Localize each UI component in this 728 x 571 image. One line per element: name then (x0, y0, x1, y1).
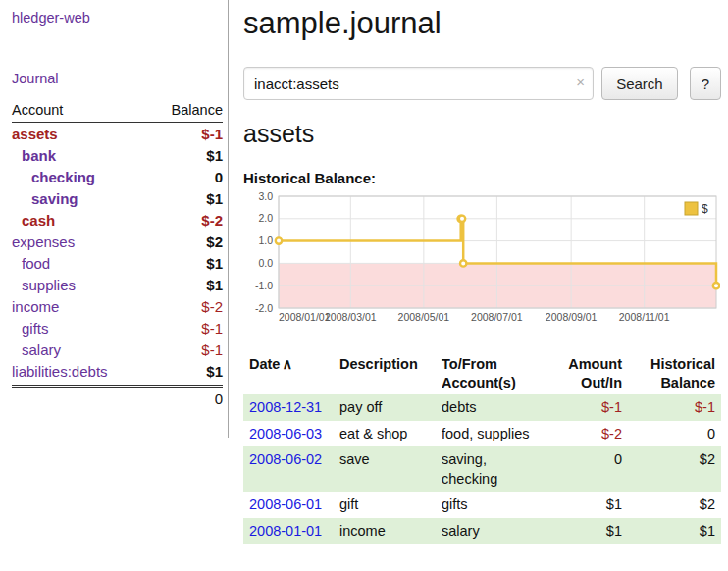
transaction-date-link[interactable]: 2008-06-01 (249, 496, 322, 512)
transaction-amount: $-2 (547, 421, 628, 446)
account-link[interactable]: supplies (12, 277, 206, 293)
sidebar-journal-link[interactable]: Journal (12, 71, 223, 86)
transaction-description: gift (334, 492, 436, 517)
svg-text:-2.0: -2.0 (255, 302, 273, 314)
svg-text:1.0: 1.0 (258, 234, 273, 246)
historical-balance-chart: 3.02.01.00.0-1.0-2.02008/01/012008/03/01… (243, 192, 721, 339)
accounts-total-value: 0 (215, 390, 223, 407)
account-heading: assets (243, 120, 721, 148)
register-row: 2008-12-31pay offdebts$-1$-1 (243, 394, 721, 420)
transaction-date-link[interactable]: 2008-06-02 (249, 451, 322, 467)
transaction-balance: $2 (628, 446, 721, 493)
transaction-balance: $2 (628, 492, 721, 517)
account-balance: $-2 (201, 298, 223, 315)
register-header-date[interactable]: Date∧ (243, 353, 334, 394)
data-point (460, 260, 466, 266)
transaction-date-link[interactable]: 2008-01-01 (249, 523, 322, 539)
transaction-date-cell: 2008-01-01 (243, 518, 334, 544)
account-row: supplies$1 (12, 274, 223, 295)
transaction-amount: 0 (547, 446, 628, 493)
transaction-amount: $-1 (547, 394, 628, 420)
transaction-date-link[interactable]: 2008-12-31 (249, 399, 322, 415)
account-row: cash$-2 (12, 209, 223, 231)
account-balance: $-1 (201, 126, 223, 142)
svg-text:-1.0: -1.0 (255, 280, 273, 291)
chart-legend: $ (681, 199, 714, 218)
sidebar: hledger-web Journal Account Balance asse… (0, 0, 229, 438)
help-button[interactable]: ? (690, 67, 721, 100)
transaction-accounts: gifts (436, 492, 547, 517)
transaction-description: income (334, 518, 436, 544)
account-row: saving$1 (12, 187, 223, 209)
account-link[interactable]: expenses (12, 234, 206, 250)
svg-text:2008/01/01: 2008/01/01 (279, 311, 331, 323)
transaction-description: eat & shop (334, 421, 436, 446)
account-row: bank$1 (12, 144, 223, 166)
register-header-row: Date∧ Description To/From Account(s) Amo… (243, 353, 721, 394)
clear-search-icon[interactable]: × (576, 74, 585, 90)
account-row: expenses$2 (12, 231, 223, 252)
account-link[interactable]: income (12, 298, 201, 315)
accounts-rows: assets$-1bank$1checking0saving$1cash$-2e… (12, 123, 223, 382)
data-point (713, 283, 719, 288)
account-link[interactable]: assets (12, 126, 201, 142)
search-input[interactable] (243, 67, 594, 100)
register-header-amount: Amount Out/In (547, 353, 628, 394)
register-header-date-label: Date (249, 356, 280, 372)
account-row: assets$-1 (12, 123, 223, 144)
app-title-link[interactable]: hledger-web (12, 10, 223, 26)
svg-text:3.0: 3.0 (258, 192, 273, 202)
chart-title: Historical Balance: (243, 170, 721, 186)
account-link[interactable]: food (12, 255, 206, 272)
account-balance: $1 (206, 190, 223, 207)
transaction-description: save (334, 446, 436, 493)
account-link[interactable]: bank (12, 147, 206, 164)
account-balance: $1 (206, 147, 223, 164)
register-header-accounts: To/From Account(s) (436, 353, 547, 394)
y-axis-labels: 3.02.01.00.0-1.0-2.0 (255, 192, 273, 314)
account-row: liabilities:debts$1 (12, 360, 223, 382)
register-row: 2008-06-01giftgifts$1$2 (243, 492, 721, 517)
account-balance: $1 (206, 363, 223, 380)
sort-ascending-icon: ∧ (282, 356, 292, 372)
register-row: 2008-06-02savesaving, checking0$2 (243, 446, 721, 493)
svg-text:2.0: 2.0 (258, 212, 273, 224)
svg-text:2008/07/01: 2008/07/01 (471, 311, 523, 323)
account-link[interactable]: salary (12, 341, 201, 358)
account-balance: $-2 (201, 212, 223, 229)
register-row: 2008-01-01incomesalary$1$1 (243, 518, 721, 544)
transaction-amount: $1 (547, 518, 628, 544)
search-form: × Search ? (243, 67, 721, 100)
transaction-date-cell: 2008-06-02 (243, 446, 334, 493)
svg-text:2008/03/01: 2008/03/01 (325, 311, 377, 323)
main-content: sample.journal × Search ? assets Histori… (229, 0, 728, 544)
legend-label: $ (702, 202, 708, 216)
svg-text:2008/09/01: 2008/09/01 (546, 311, 598, 323)
transaction-balance: $-1 (628, 394, 721, 420)
account-link[interactable]: saving (12, 190, 206, 207)
register-row: 2008-06-03eat & shopfood, supplies$-20 (243, 421, 721, 446)
account-link[interactable]: cash (12, 212, 201, 229)
account-balance: $-1 (201, 320, 223, 337)
account-link[interactable]: liabilities:debts (12, 363, 206, 380)
accounts-total-row: 0 (12, 385, 223, 407)
register-body: 2008-12-31pay offdebts$-1$-12008-06-03ea… (243, 394, 721, 544)
transaction-description: pay off (334, 394, 436, 420)
account-balance: $1 (206, 277, 223, 293)
accounts-header-account: Account (12, 102, 63, 118)
transaction-date-cell: 2008-06-01 (243, 492, 334, 517)
account-link[interactable]: gifts (12, 320, 201, 337)
transaction-date-link[interactable]: 2008-06-03 (249, 426, 322, 441)
legend-swatch (685, 202, 698, 215)
transaction-amount: $1 (547, 492, 628, 517)
svg-text:2008/05/01: 2008/05/01 (398, 311, 450, 323)
account-row: salary$-1 (12, 338, 223, 360)
transaction-date-cell: 2008-12-31 (243, 394, 334, 420)
transaction-accounts: food, supplies (436, 421, 547, 446)
search-button[interactable]: Search (601, 67, 678, 100)
transaction-balance: $1 (628, 518, 721, 544)
transaction-accounts: saving, checking (436, 446, 547, 493)
account-link[interactable]: checking (12, 169, 215, 185)
data-point (459, 216, 465, 222)
transaction-accounts: salary (436, 518, 547, 544)
